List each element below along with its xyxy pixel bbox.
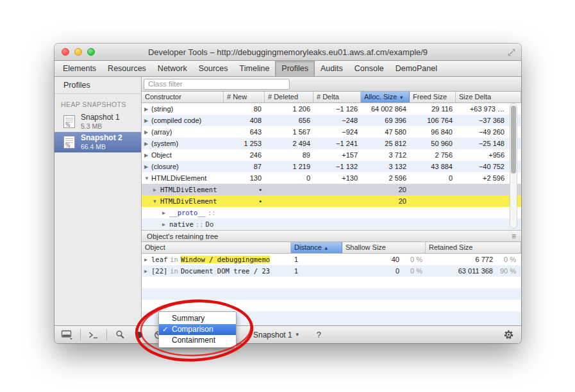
disclosure-collapsed-icon[interactable]: ▶ (144, 266, 151, 277)
column-header-new[interactable]: # New (224, 92, 265, 102)
heap-row[interactable]: ▶(string) 80 1 206 −1 126 64 002 864 29 … (142, 103, 521, 115)
cell-freed: 29 116 (410, 103, 456, 115)
class-filter-input[interactable] (144, 79, 290, 90)
object-cell: ▶[22]inDocument DOM tree / 23 (142, 265, 291, 277)
heap-row[interactable]: ▶Object 246 89 +157 3 712 2 756 +956 (142, 149, 521, 161)
section-menu-icon[interactable]: ≡ (512, 232, 516, 241)
disclosure-collapsed-icon[interactable]: ▶ (144, 150, 151, 161)
constructor-cell: ▶(closure) (142, 161, 224, 172)
tab-audits[interactable]: Audits (315, 61, 349, 76)
cell-freed: 2 756 (410, 149, 456, 161)
cell-alloc: 3 132 (361, 161, 410, 172)
empty-row (142, 277, 521, 288)
tab-profiles[interactable]: Profiles (275, 61, 315, 76)
tab-demopanel[interactable]: DemoPanel (390, 61, 443, 76)
gear-icon[interactable] (502, 329, 515, 340)
disclosure-collapsed-icon[interactable]: ▶ (144, 254, 151, 265)
tab-console[interactable]: Console (349, 61, 390, 76)
minimize-button[interactable] (74, 48, 82, 56)
column-header-delta[interactable]: # Delta (313, 92, 361, 102)
cell-alloc: 25 812 (361, 138, 410, 149)
cell-new: 130 (224, 172, 265, 184)
zoom-button[interactable] (87, 48, 95, 56)
disclosure-expanded-icon[interactable]: ▼ (144, 173, 151, 184)
column-header-deleted[interactable]: # Deleted (265, 92, 313, 102)
heap-row-selected[interactable]: ▶HTMLDivElement • 20 (142, 184, 521, 195)
fullscreen-icon[interactable] (507, 48, 516, 57)
record-heap-snapshot-button[interactable] (133, 329, 146, 340)
column-header-object[interactable]: Object (142, 242, 291, 253)
constructor-cell: ▶(array) (142, 126, 224, 138)
column-header-constructor[interactable]: Constructor (142, 92, 224, 102)
heap-row[interactable]: ▶(closure) 87 1 219 −1 132 3 132 43 884 … (142, 161, 521, 172)
column-header-distance[interactable]: Distance▲ (291, 242, 342, 253)
dock-side-button[interactable] (61, 329, 74, 340)
menu-item-containment[interactable]: Containment (159, 335, 236, 346)
cell-new: • (224, 195, 265, 207)
console-button[interactable] (87, 329, 100, 340)
cell-freed (410, 184, 456, 195)
column-header-retained-size[interactable]: Retained Size (426, 242, 521, 253)
cell-freed: 106 764 (410, 115, 456, 126)
titlebar[interactable]: Developer Tools – http://debuggingmemory… (54, 44, 521, 61)
menu-item-label: Comparison (172, 325, 213, 334)
sidebar-item-snapshot-2[interactable]: % Snapshot 2 66.4 MB (54, 132, 141, 152)
help-button[interactable]: ? (317, 330, 321, 339)
scrollbar-thumb[interactable] (511, 106, 516, 174)
constructor-cell: ▶(system) (142, 138, 224, 149)
base-snapshot-select[interactable]: Snapshot 1 ▼ (253, 331, 300, 339)
heap-row[interactable]: ▶(compiled code) 408 656 −248 69 396 106… (142, 115, 521, 126)
cell-deleted: 0 (265, 172, 313, 184)
search-icon[interactable] (113, 329, 126, 340)
column-header-shallow-size[interactable]: Shallow Size (342, 242, 426, 253)
column-header-alloc-size[interactable]: Alloc. Size▼ (361, 92, 410, 102)
heap-row[interactable]: ▶native::Do (142, 218, 521, 230)
cell-new: 87 (224, 161, 265, 172)
disclosure-collapsed-icon[interactable]: ▶ (153, 184, 160, 195)
menu-item-comparison[interactable]: ✓Comparison (159, 324, 236, 335)
retaining-row[interactable]: ▶[22]inDocument DOM tree / 23 1 00 % 63 … (142, 265, 521, 277)
heap-row[interactable]: ▼HTMLDivElement 130 0 +130 2 596 0 +2 59… (142, 172, 521, 184)
constructor-name: HTMLDivElement (160, 197, 217, 205)
heap-row-highlighted[interactable]: ▼HTMLDivElement • 20 (142, 195, 521, 207)
menu-item-summary[interactable]: Summary (159, 313, 236, 324)
disclosure-collapsed-icon[interactable]: ▶ (144, 104, 151, 115)
cell-delta: −924 (313, 126, 361, 138)
constructor-name: HTMLDivElement (151, 174, 206, 182)
constructor-cell: ▼HTMLDivElement (142, 195, 224, 207)
cell-freed: 43 884 (410, 161, 456, 172)
cell-alloc (361, 218, 410, 230)
disclosure-collapsed-icon[interactable]: ▶ (144, 138, 151, 149)
disclosure-collapsed-icon[interactable]: ▶ (144, 161, 151, 172)
tab-sources[interactable]: Sources (193, 61, 234, 76)
cell-new: 643 (224, 126, 265, 138)
snapshot-icon: % (62, 135, 76, 149)
tab-resources[interactable]: Resources (102, 61, 152, 76)
constructor-cell: ▶(compiled code) (142, 115, 224, 126)
sidebar-item-snapshot-1[interactable]: % Snapshot 1 5.3 MB (54, 111, 141, 132)
retaining-row[interactable]: ▶leafinWindow / debuggingmemo 1 400 % 6 … (142, 254, 521, 265)
tab-elements[interactable]: Elements (57, 61, 102, 76)
heap-row[interactable]: ▶(array) 643 1 567 −924 47 580 96 840 −4… (142, 126, 521, 138)
constructor-cell: ▶Object (142, 149, 224, 161)
profiles-sidebar: Profiles HEAP SNAPSHOTS % Snapshot 1 5.3… (54, 77, 142, 325)
vertical-scrollbar[interactable] (510, 103, 517, 229)
disclosure-collapsed-icon[interactable]: ▶ (162, 219, 169, 230)
disclosure-collapsed-icon[interactable]: ▶ (144, 127, 151, 138)
column-header-freed-size[interactable]: Freed Size (410, 92, 456, 102)
disclosure-collapsed-icon[interactable]: ▶ (162, 208, 169, 218)
cell-alloc: 3 712 (361, 149, 410, 161)
heap-row[interactable]: ▶(system) 1 253 2 494 −1 241 25 812 50 9… (142, 138, 521, 149)
tab-network[interactable]: Network (152, 61, 193, 76)
devtools-window: Developer Tools – http://debuggingmemory… (54, 44, 521, 343)
tab-timeline[interactable]: Timeline (234, 61, 276, 76)
close-button[interactable] (62, 48, 69, 56)
column-header-size-delta[interactable]: Size Delta (456, 92, 521, 102)
constructor-name: (array) (151, 128, 172, 136)
constructor-cell: ▶(string) (142, 103, 224, 115)
constructor-name: (string) (151, 105, 173, 113)
heap-row[interactable]: ▶__proto__:: (142, 207, 521, 218)
disclosure-expanded-icon[interactable]: ▼ (153, 196, 160, 207)
retaining-grid-header: Object Distance▲ Shallow Size Retained S… (142, 242, 521, 254)
disclosure-collapsed-icon[interactable]: ▶ (144, 115, 151, 126)
